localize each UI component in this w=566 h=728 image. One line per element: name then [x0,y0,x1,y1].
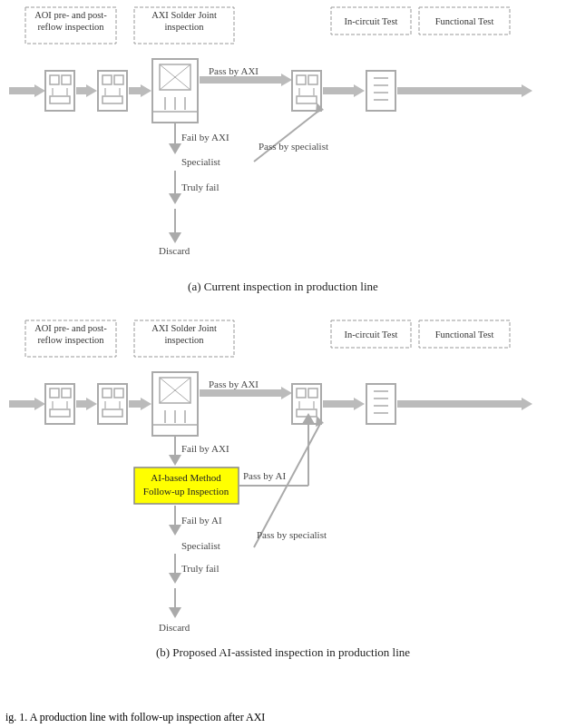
svg-text:Pass by AXI: Pass by AXI [209,379,259,389]
svg-text:inspection: inspection [164,335,204,345]
svg-marker-140 [169,573,181,584]
svg-text:Pass by AXI: Pass by AXI [209,65,259,76]
svg-text:Fail by AXI: Fail by AXI [181,443,229,454]
svg-marker-95 [141,398,151,410]
svg-line-58 [254,109,321,162]
svg-marker-46 [354,84,365,97]
svg-marker-55 [169,143,181,154]
svg-text:AI-based Method: AI-based Method [151,472,221,483]
svg-rect-40 [297,75,306,84]
svg-rect-22 [114,75,123,84]
footer-caption: ig. 1. A production line with follow-up … [0,711,566,724]
svg-text:Fail by AI: Fail by AI [181,515,222,526]
svg-text:AOI pre- and post-: AOI pre- and post- [34,10,107,20]
svg-rect-35 [152,112,198,123]
svg-rect-14 [62,75,71,84]
svg-rect-89 [102,389,112,398]
svg-marker-143 [169,607,181,618]
svg-rect-41 [308,75,317,84]
svg-rect-13 [50,75,59,84]
svg-text:inspection: inspection [164,22,204,32]
svg-rect-23 [102,96,122,103]
svg-marker-53 [522,84,532,97]
svg-text:AXI Solder Joint: AXI Solder Joint [151,323,217,333]
svg-rect-108 [297,389,306,398]
svg-marker-105 [281,387,292,399]
svg-rect-47 [366,71,395,111]
svg-rect-81 [50,389,59,398]
svg-text:Specialist: Specialist [181,540,220,551]
svg-rect-82 [62,389,71,398]
svg-rect-83 [50,409,70,417]
svg-rect-21 [102,75,112,84]
svg-rect-115 [366,384,395,424]
svg-marker-123 [169,455,181,466]
svg-text:In-circuit Test: In-circuit Test [345,16,398,26]
svg-marker-79 [34,398,45,410]
svg-text:reflow inspection: reflow inspection [37,22,104,32]
svg-text:(a) Current inspection in prod: (a) Current inspection in production lin… [188,280,378,293]
svg-marker-27 [141,84,151,97]
svg-text:Specialist: Specialist [181,156,220,167]
svg-text:Follow-up Inspection: Follow-up Inspection [143,486,229,497]
svg-text:Functional Test: Functional Test [435,330,494,339]
svg-marker-121 [522,398,532,410]
svg-marker-136 [169,525,181,536]
svg-text:reflow inspection: reflow inspection [37,335,104,345]
svg-rect-90 [114,389,123,398]
svg-marker-11 [34,84,45,97]
svg-text:Pass by AI: Pass by AI [243,470,286,481]
svg-text:Discard: Discard [159,622,190,633]
svg-text:Functional Test: Functional Test [435,16,494,26]
svg-text:Pass by specialist: Pass by specialist [259,141,328,152]
svg-marker-19 [86,84,97,97]
svg-marker-62 [169,193,181,204]
svg-marker-65 [169,232,181,243]
svg-marker-114 [354,398,365,410]
svg-rect-15 [50,96,70,103]
svg-text:AOI pre- and post-: AOI pre- and post- [34,323,107,333]
svg-marker-130 [302,413,315,424]
svg-rect-110 [297,409,317,417]
svg-text:Truly fail: Truly fail [181,182,219,192]
svg-marker-87 [86,398,97,410]
svg-marker-59 [316,103,324,113]
svg-marker-37 [281,74,292,86]
svg-rect-91 [102,409,122,417]
svg-rect-103 [152,425,198,436]
svg-text:In-circuit Test: In-circuit Test [345,330,398,339]
svg-rect-42 [297,96,317,103]
svg-text:Fail by AXI: Fail by AXI [181,132,229,143]
svg-text:Truly fail: Truly fail [181,563,219,574]
svg-text:Pass by specialist: Pass by specialist [257,529,327,540]
svg-text:AXI Solder Joint: AXI Solder Joint [151,10,217,20]
svg-rect-109 [308,389,317,398]
svg-text:(b) Proposed AI-assisted inspe: (b) Proposed AI-assisted inspection in p… [156,645,410,659]
svg-text:Discard: Discard [159,245,190,256]
